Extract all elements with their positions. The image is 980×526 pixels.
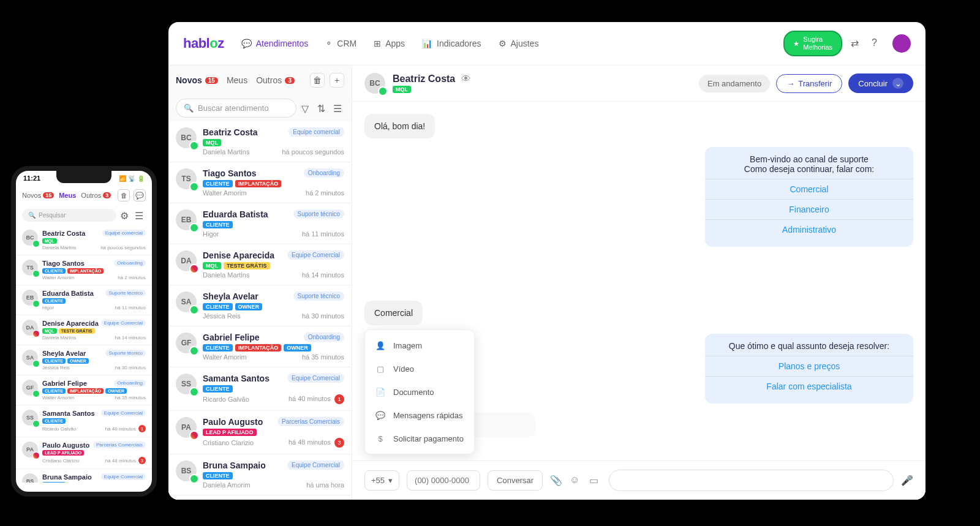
conversar-button[interactable]: Conversar — [488, 470, 543, 490]
mobile-tabs: Novos 15 Meus Outros 3 🗑 💬 — [16, 186, 152, 205]
suggest-improvements-button[interactable]: ★ Sugira Melhorias — [783, 31, 842, 56]
whatsapp-badge-icon — [189, 387, 199, 397]
sort-icon[interactable]: ⇅ — [317, 103, 328, 114]
contact-avatar: DA — [22, 320, 38, 336]
tag-list: Cliente — [42, 418, 146, 424]
visibility-icon[interactable]: 👁 — [461, 73, 471, 85]
attachment-icon[interactable]: 📎 — [550, 475, 562, 487]
mobile-tab-novos[interactable]: Novos 15 — [22, 192, 54, 199]
conversation-item[interactable]: BS Bruna Sampaio Equipe Comercial Client… — [16, 469, 152, 483]
contact-avatar: SA — [176, 291, 197, 312]
search-input[interactable]: 🔍 Buscar atendimento — [176, 99, 296, 118]
mobile-chat-icon[interactable]: 💬 — [134, 189, 146, 201]
timestamp: há 30 minutos — [302, 312, 344, 320]
search-icon: 🔍 — [28, 212, 36, 219]
conversation-item[interactable]: BS Bruna Sampaio Equipe Comercial Client… — [168, 454, 352, 495]
conversation-item[interactable]: GF Higor Silveira Onboarding ClienteImpl… — [168, 495, 352, 500]
mobile-conversation-list[interactable]: BC Beatriz Costa Equipe comercial MQL Da… — [16, 225, 152, 483]
conversation-item[interactable]: BC Beatriz Costa Equipe comercial MQL Da… — [168, 121, 352, 162]
status-chip[interactable]: Em andamento — [699, 75, 770, 92]
agent-name: Walter Amorim — [203, 353, 247, 361]
emoji-icon[interactable]: ☺ — [570, 475, 582, 487]
message-outgoing-menu: Bem-vindo ao canal de suporte Como desej… — [705, 147, 913, 247]
nav-crm[interactable]: ⚬ CRM — [325, 39, 356, 48]
template-icon[interactable]: ▭ — [589, 475, 601, 487]
sidebar-tab-outros[interactable]: Outros 3 — [256, 75, 295, 85]
mobile-archive-icon[interactable]: 🗑 — [118, 189, 130, 201]
mobile-sort-icon[interactable]: ☰ — [135, 210, 146, 221]
menu-option-comercial[interactable]: Comercial — [705, 179, 913, 199]
conversation-item[interactable]: DA Denise Aparecida Equipe Comercial MQL… — [16, 315, 152, 345]
conversation-item[interactable]: GF Gabriel Felipe Onboarding ClienteImpl… — [168, 326, 352, 367]
tag-list: MQL — [203, 139, 344, 146]
message-input[interactable] — [609, 470, 894, 491]
tag-list: MQLTeste Grátis — [203, 262, 344, 269]
menu-option-financeiro[interactable]: Financeiro — [705, 199, 913, 219]
user-avatar[interactable] — [892, 34, 911, 53]
mobile-filter-icon[interactable]: ⚙ — [120, 210, 131, 221]
instagram-badge-icon — [189, 430, 199, 440]
tag-list: ClienteOwner — [203, 303, 344, 310]
transfer-button[interactable]: → Transferir — [776, 74, 842, 93]
help-icon[interactable]: ? — [872, 37, 884, 50]
conclude-button[interactable]: Concluir ⌄ — [848, 73, 913, 93]
filter-icon[interactable]: ▽ — [301, 103, 312, 114]
mobile-status-icons: 📶 📡 🔋 — [119, 175, 145, 182]
mobile-tab-meus[interactable]: Meus — [59, 192, 76, 199]
sidebar-tab-meus[interactable]: Meus — [227, 75, 247, 85]
mobile-search-input[interactable]: 🔍 Pesquisar — [22, 209, 116, 222]
image-icon: 👤 — [375, 340, 386, 351]
nav-indicadores[interactable]: 📊 Indicadores — [422, 39, 481, 48]
nav-apps[interactable]: ⊞ Apps — [374, 39, 405, 48]
tag-list: Lead P Afiliado — [203, 429, 344, 436]
document-icon: 📄 — [375, 386, 386, 397]
conversation-item[interactable]: SA Sheyla Avelar Suporte técnico Cliente… — [16, 345, 152, 375]
conversation-item[interactable]: EB Eduarda Batista Suporte técnico Clien… — [16, 285, 152, 315]
conversation-item[interactable]: PA Paulo Augusto Parcerias Comerciais Le… — [16, 437, 152, 469]
conversation-item[interactable]: SS Samanta Santos Equipe Comercial Clien… — [16, 405, 152, 437]
phone-input[interactable] — [407, 470, 480, 490]
microphone-icon[interactable]: 🎤 — [901, 475, 913, 487]
conversation-item[interactable]: SS Samanta Santos Equipe Comercial Clien… — [168, 367, 352, 411]
timestamp: há 40 minutos1 — [288, 394, 344, 404]
menu-icon[interactable]: ☰ — [333, 103, 344, 114]
attach-payment[interactable]: $ Solicitar pagamento — [365, 427, 474, 450]
contact-name: Bruna Sampaio — [203, 460, 266, 470]
mobile-tab-outros[interactable]: Outros 3 — [81, 192, 111, 199]
contact-name: Paulo Augusto — [203, 417, 263, 427]
chat-contact-avatar[interactable]: BC — [364, 73, 385, 94]
conversation-list[interactable]: BC Beatriz Costa Equipe comercial MQL Da… — [168, 121, 352, 500]
contact-avatar: EB — [176, 209, 197, 230]
attach-quick-messages[interactable]: 💬 Mensagens rápidas — [365, 404, 474, 427]
attach-image[interactable]: 👤 Imagem — [365, 334, 474, 357]
agent-name: Ricardo Galvão — [42, 426, 76, 432]
attach-document[interactable]: 📄 Documento — [365, 380, 474, 404]
country-code-select[interactable]: +55 ▾ — [364, 470, 399, 490]
conversation-item[interactable]: BC Beatriz Costa Equipe comercial MQL Da… — [16, 225, 152, 255]
conversation-item[interactable]: DA Denise Aparecida Equipe Comercial MQL… — [168, 244, 352, 285]
menu-option-especialista[interactable]: Falar com especialista — [705, 376, 913, 396]
add-icon[interactable]: + — [330, 73, 344, 88]
attach-video[interactable]: ▢ Vídeo — [365, 357, 474, 380]
conversation-item[interactable]: TS Tiago Santos Onboarding ClienteImplan… — [16, 255, 152, 285]
contact-avatar: PA — [176, 417, 197, 438]
conversation-item[interactable]: SA Sheyla Avelar Suporte técnico Cliente… — [168, 285, 352, 326]
chat-messages[interactable]: Olá, bom dia! Bem-vindo ao canal de supo… — [352, 102, 925, 460]
team-badge: Parcerias Comerciais — [93, 441, 146, 448]
archive-icon[interactable]: 🗑 — [310, 73, 325, 88]
apps-icon: ⊞ — [374, 39, 381, 48]
nav-ajustes[interactable]: ⚙ Ajustes — [499, 39, 539, 48]
agent-name: Higor — [42, 305, 54, 310]
logo[interactable]: habloz — [183, 36, 224, 51]
sidebar-tab-novos[interactable]: Novos 15 — [176, 75, 218, 85]
sync-icon[interactable]: ⇄ — [851, 37, 863, 50]
conversation-item[interactable]: EB Eduarda Batista Suporte técnico Clien… — [168, 203, 352, 244]
nav-atendimentos[interactable]: 💬 Atendimentos — [241, 39, 309, 48]
menu-option-planos[interactable]: Planos e preços — [705, 356, 913, 376]
conversation-item[interactable]: GF Gabriel Felipe Onboarding ClienteImpl… — [16, 375, 152, 405]
menu-option-administrativo[interactable]: Administrativo — [705, 219, 913, 239]
chat-header: BC Beatriz Costa 👁 MQL Em andamento → Tr… — [352, 66, 925, 102]
conversation-item[interactable]: PA Paulo Augusto Parcerias Comerciais Le… — [168, 411, 352, 454]
tag-list: Cliente — [203, 472, 344, 479]
conversation-item[interactable]: TS Tiago Santos Onboarding ClienteImplan… — [168, 162, 352, 203]
